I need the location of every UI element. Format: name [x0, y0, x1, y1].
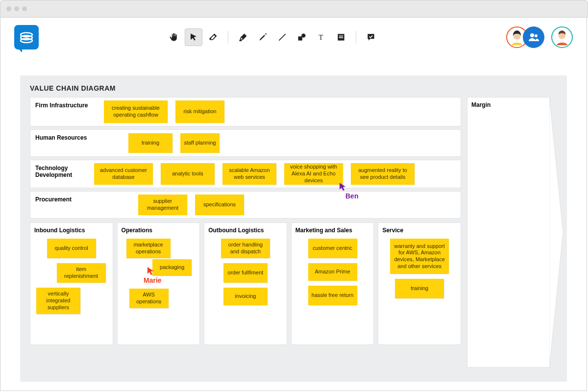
sticky-note[interactable]: scalable Amazon web services — [222, 163, 276, 185]
sticky-note[interactable]: voice shopping with Alexa AI and Echo de… — [284, 163, 343, 185]
primary-col-operations: Operations marketplace operations packag… — [117, 222, 200, 345]
sticky-note[interactable]: AWS operations — [129, 289, 169, 308]
sticky-note[interactable]: hassle free return — [308, 286, 357, 305]
collaborator-avatars — [506, 26, 573, 48]
sticky-note[interactable]: customer centric — [308, 239, 357, 258]
sticky-note[interactable]: warranty and support for AWS, Amazon dev… — [390, 239, 449, 274]
sticky-note[interactable]: creating sustainable operating cashflow — [104, 100, 168, 123]
marker-icon — [258, 32, 268, 42]
col-label: Outbound Logistics — [208, 227, 283, 234]
browser-chrome — [0, 0, 588, 18]
chrome-dot — [6, 6, 11, 11]
support-row-human-resources: Human Resources training staff planning — [30, 129, 461, 157]
svg-rect-4 — [298, 36, 302, 40]
sticky-note-tool[interactable] — [332, 28, 350, 46]
sticky-note[interactable]: marketplace operations — [126, 239, 171, 258]
col-label: Service — [382, 227, 457, 234]
col-label: Inbound Logistics — [34, 227, 109, 234]
support-row-firm-infrastructure: Firm Infrastructure creating sustainable… — [30, 97, 461, 126]
line-tool[interactable] — [273, 28, 291, 46]
shape-tool[interactable] — [293, 28, 311, 46]
pointer-tool[interactable] — [185, 28, 202, 46]
svg-text:T: T — [318, 33, 323, 41]
topbar: T — [0, 18, 587, 57]
sticky-note[interactable]: staff planning — [180, 133, 220, 153]
sticky-note[interactable]: training — [128, 133, 172, 153]
text-tool[interactable]: T — [313, 28, 330, 46]
row-label: Human Resources — [35, 133, 104, 141]
svg-marker-16 — [549, 97, 563, 368]
eraser-icon — [208, 32, 218, 42]
sticky-note[interactable]: item replenishment — [57, 263, 106, 283]
sticky-note[interactable]: analytic tools — [161, 163, 215, 185]
pointer-icon — [189, 33, 198, 42]
primary-activities: Inbound Logistics quality control item r… — [30, 222, 461, 345]
margin-arrow-icon — [549, 97, 564, 368]
chrome-dot — [14, 6, 19, 11]
svg-rect-8 — [339, 36, 343, 37]
pen-tool[interactable] — [234, 28, 252, 46]
shape-icon — [297, 32, 307, 42]
avatar-group — [506, 26, 544, 48]
diagram-title: VALUE CHAIN DIAGRAM — [30, 84, 557, 92]
svg-rect-9 — [339, 37, 343, 38]
diagram-canvas[interactable]: VALUE CHAIN DIAGRAM Firm Infrastructure … — [20, 75, 567, 382]
sticky-note[interactable]: augmented reality to see product details — [351, 163, 415, 185]
sticky-note[interactable]: order fullfiment — [223, 263, 268, 283]
row-label: Technology Development — [35, 163, 94, 178]
svg-point-12 — [530, 33, 534, 37]
sticky-note[interactable]: advanced customer database — [94, 163, 153, 185]
toolbar-separator — [228, 31, 228, 44]
line-icon — [277, 32, 287, 42]
sticky-note[interactable]: Amazon Prime — [308, 263, 357, 281]
note-icon — [336, 32, 346, 42]
primary-col-outbound-logistics: Outbound Logistics order handling and di… — [204, 222, 287, 345]
primary-col-inbound-logistics: Inbound Logistics quality control item r… — [30, 222, 113, 345]
col-label: Marketing and Sales — [295, 227, 370, 234]
people-icon — [528, 31, 539, 43]
sticky-note[interactable]: training — [395, 279, 444, 298]
hand-icon — [169, 32, 179, 42]
sticky-note[interactable]: order handling and dispatch — [221, 239, 270, 258]
margin-panel: Margin — [467, 97, 550, 368]
pen-icon — [238, 32, 248, 42]
sticky-note[interactable]: specifications — [195, 195, 244, 215]
svg-line-3 — [279, 34, 285, 40]
support-row-procurement: Procurement supplier management specific… — [30, 191, 461, 219]
sticky-note[interactable]: supplier management — [138, 195, 187, 215]
margin-label: Margin — [471, 101, 490, 108]
comment-tool[interactable] — [362, 28, 380, 46]
primary-col-service: Service warranty and support for AWS, Am… — [378, 222, 461, 345]
sticky-note[interactable]: packaging — [152, 259, 192, 276]
primary-col-marketing-sales: Marketing and Sales customer centric Ama… — [291, 222, 374, 345]
sticky-note[interactable]: risk mitigation — [175, 100, 224, 123]
app-window: T — [0, 18, 587, 391]
hand-tool[interactable] — [165, 28, 183, 46]
text-icon: T — [317, 32, 326, 42]
svg-point-13 — [535, 34, 538, 37]
eraser-tool[interactable] — [204, 28, 222, 46]
toolbar: T — [165, 28, 380, 46]
toolbar-separator — [356, 31, 356, 44]
row-label: Procurement — [35, 195, 104, 203]
support-row-technology-development: Technology Development advanced customer… — [30, 160, 461, 188]
comment-check-icon — [366, 32, 376, 42]
sticky-note[interactable]: vertically integrated suppliers — [36, 288, 80, 314]
sticky-note[interactable]: quality control — [47, 239, 96, 258]
chrome-dot — [22, 6, 27, 11]
sticky-note[interactable]: invoicing — [223, 288, 268, 305]
share-button[interactable] — [523, 26, 544, 48]
logo-swirl-icon — [18, 29, 35, 46]
col-label: Operations — [122, 227, 196, 234]
svg-point-5 — [301, 34, 305, 38]
app-logo[interactable] — [14, 25, 39, 49]
row-label: Firm Infrastructure — [35, 100, 104, 109]
avatar-illustration — [552, 26, 572, 48]
avatar-user-2[interactable] — [551, 26, 573, 48]
marker-tool[interactable] — [254, 28, 271, 46]
